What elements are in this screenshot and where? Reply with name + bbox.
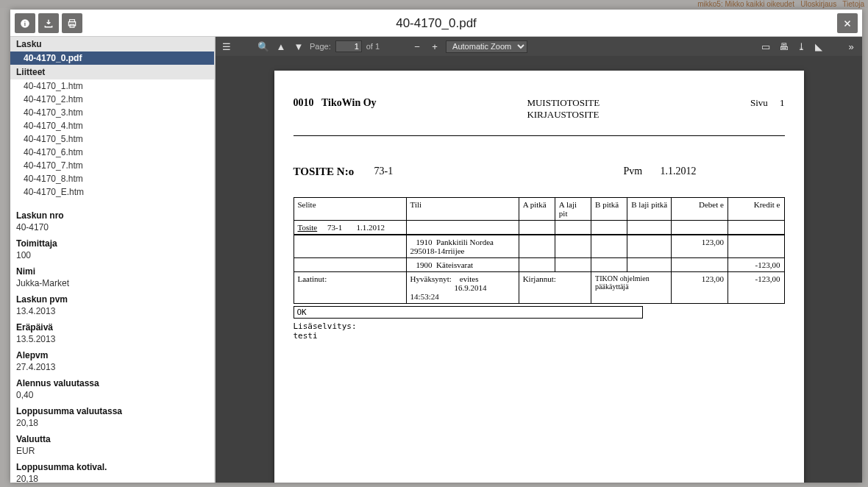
tosite-value: 73-1 xyxy=(374,166,558,178)
modal-title: 40-4170_0.pdf xyxy=(10,10,862,37)
attachment-item[interactable]: 40-4170_2.htm xyxy=(10,93,214,106)
meta-value: 0,40 xyxy=(16,390,208,400)
app-topbar: mikko5: Mikko kaikki oikeudet Uloskirjau… xyxy=(0,0,868,8)
sidebar-scroll[interactable]: Lasku 40-4170_0.pdf Liitteet 40-4170_1.h… xyxy=(10,37,215,483)
zoom-out-icon[interactable]: − xyxy=(410,40,424,53)
ok-box: OK xyxy=(294,306,643,319)
doc-company-code: 0010 xyxy=(294,97,314,108)
hyvaksynyt-date: 16.9.2014 14:53:24 xyxy=(410,283,487,301)
attachment-item[interactable]: 40-4170_7.htm xyxy=(10,159,214,172)
meta-value: 40-4170 xyxy=(16,222,208,232)
zoom-in-icon[interactable]: + xyxy=(428,40,441,53)
hyvaksynyt-label: Hyväksynyt: xyxy=(410,274,452,283)
meta-value: EUR xyxy=(16,446,208,456)
modal-header: i 40-4170_0.pdf xyxy=(10,10,862,37)
pdf-viewer: ☰ 🔍 ▲ ▼ Page: of 1 − + Automatic Zoom ▭ … xyxy=(216,37,862,483)
th-blaji: B laji pitkä xyxy=(627,198,672,221)
tools-icon[interactable]: » xyxy=(844,40,858,53)
zoom-select[interactable]: Automatic Zoom xyxy=(446,40,527,53)
sidebar-toggle-icon[interactable]: ☰ xyxy=(220,40,233,53)
footer-debet: 123,00 xyxy=(672,272,728,304)
kredit-value xyxy=(728,235,784,258)
pdf-toolbar: ☰ 🔍 ▲ ▼ Page: of 1 − + Automatic Zoom ▭ … xyxy=(216,37,862,56)
th-kredit: Kredit e xyxy=(728,198,784,221)
meta-label: Laskun nro xyxy=(16,210,208,221)
meta-value: 20,18 xyxy=(16,418,208,428)
section-liitteet: Liitteet xyxy=(10,65,214,79)
attachment-item[interactable]: 40-4170_E.htm xyxy=(10,185,214,199)
attachment-item[interactable]: 40-4170_8.htm xyxy=(10,172,214,185)
meta-value: 20,18 xyxy=(16,474,208,483)
file-item-selected[interactable]: 40-4170_0.pdf xyxy=(10,51,214,65)
download-button[interactable] xyxy=(38,13,59,33)
meta-value: Jukka-Market xyxy=(16,278,208,288)
topbar-info[interactable]: Tietoja xyxy=(842,0,864,8)
bookmark-icon[interactable]: ◣ xyxy=(812,40,825,53)
doc-page-num: 1 xyxy=(780,97,785,108)
th-selite: Selite xyxy=(294,198,406,221)
pvm-value: 1.1.2012 xyxy=(661,166,697,178)
kirjannut-val: TIKON ohjelmien pääkäyttäjä xyxy=(591,272,672,304)
sidebar: Lasku 40-4170_0.pdf Liitteet 40-4170_1.h… xyxy=(10,37,216,483)
topbar-user: mikko5: Mikko kaikki oikeudet xyxy=(697,0,794,8)
attachment-item[interactable]: 40-4170_5.htm xyxy=(10,132,214,146)
section-lasku: Lasku xyxy=(10,37,214,51)
tili-code: 1900 xyxy=(410,260,433,269)
pdf-modal: i 40-4170_0.pdf Lasku 40-4170_0.pdf Liit… xyxy=(10,10,862,483)
kredit-value: -123,00 xyxy=(728,258,784,272)
attachment-item[interactable]: 40-4170_4.htm xyxy=(10,119,214,132)
prev-page-icon[interactable]: ▲ xyxy=(274,40,288,53)
meta-value: 27.4.2013 xyxy=(16,362,208,372)
meta-label: Loppusumma valuutassa xyxy=(16,406,208,416)
meta-label: Eräpäivä xyxy=(16,322,208,333)
meta-label: Valuutta xyxy=(16,434,208,444)
footer-kredit: -123,00 xyxy=(728,272,784,304)
th-debet: Debet e xyxy=(672,198,728,221)
attachment-item[interactable]: 40-4170_6.htm xyxy=(10,146,214,159)
doc-type2: KIRJAUSTOSITE xyxy=(527,109,600,121)
meta-value: 13.4.2013 xyxy=(16,306,208,316)
meta-label: Nimi xyxy=(16,266,208,277)
lisaselvitys: Lisäselvitys: testi xyxy=(294,321,785,341)
th-bpitka: B pitkä xyxy=(591,198,627,221)
download-icon[interactable]: ⤓ xyxy=(794,40,808,53)
meta-value: 100 xyxy=(16,250,208,260)
row-tosite-label: Tosite xyxy=(298,223,318,232)
info-button[interactable]: i xyxy=(15,13,35,33)
attachment-item[interactable]: 40-4170_1.htm xyxy=(10,79,214,93)
page-total: of 1 xyxy=(366,42,380,51)
print-button[interactable] xyxy=(62,13,82,33)
meta-label: Laskun pvm xyxy=(16,294,208,305)
doc-company-name: TikoWin Oy xyxy=(321,97,377,108)
laatinut-label: Laatinut: xyxy=(294,272,406,304)
kirjannut-label: Kirjannut: xyxy=(519,272,591,304)
pdf-scroll-area[interactable]: 0010 TikoWin Oy MUISTIOTOSITE KIRJAUSTOS… xyxy=(216,56,862,483)
attachment-item[interactable]: 40-4170_3.htm xyxy=(10,106,214,119)
hyvaksynyt-val: evites xyxy=(460,274,479,283)
th-apitka: A pitkä xyxy=(519,198,555,221)
tosite-label: TOSITE N:o xyxy=(294,166,374,178)
print-icon[interactable]: 🖶 xyxy=(777,40,790,53)
presentation-icon[interactable]: ▭ xyxy=(759,40,772,53)
row-tosite-num: 73-1 xyxy=(327,223,342,232)
search-icon[interactable]: 🔍 xyxy=(257,40,270,53)
pdf-page: 0010 TikoWin Oy MUISTIOTOSITE KIRJAUSTOS… xyxy=(274,71,804,483)
pvm-label: Pvm xyxy=(624,166,661,178)
th-alaji: A laji pit xyxy=(555,198,591,221)
page-label: Page: xyxy=(310,42,331,51)
meta-label: Loppusumma kotival. xyxy=(16,462,208,472)
meta-label: Alennus valuutassa xyxy=(16,378,208,388)
close-button[interactable] xyxy=(837,13,858,33)
debet-value: 123,00 xyxy=(672,235,728,258)
topbar-logout[interactable]: Uloskirjaus xyxy=(800,0,836,8)
page-number-input[interactable] xyxy=(335,40,362,52)
meta-label: Toimittaja xyxy=(16,238,208,249)
voucher-table: Selite Tili A pitkä A laji pit B pitkä B… xyxy=(294,197,785,304)
th-tili: Tili xyxy=(406,198,519,221)
row-tosite-date: 1.1.2012 xyxy=(356,223,385,232)
meta-label: Alepvm xyxy=(16,350,208,360)
tili-code: 1910 xyxy=(410,238,433,246)
doc-type1: MUISTIOTOSITE xyxy=(527,97,600,109)
next-page-icon[interactable]: ▼ xyxy=(292,40,305,53)
tili-name: Käteisvarat xyxy=(436,260,473,269)
